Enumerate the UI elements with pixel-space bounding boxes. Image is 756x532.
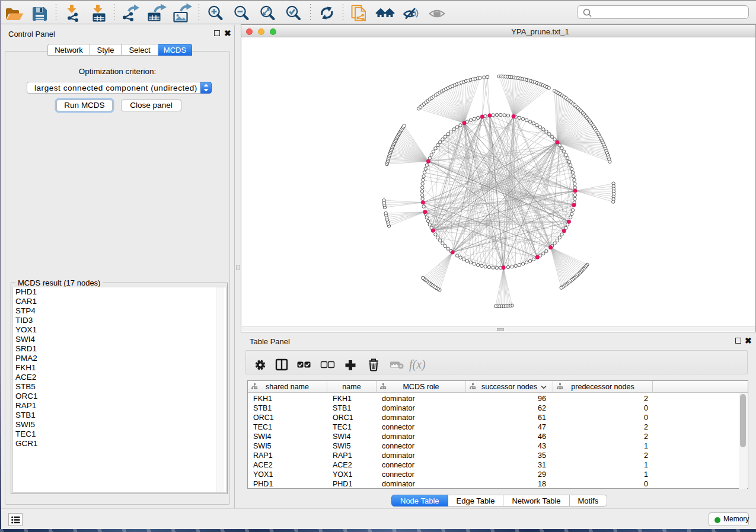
svg-text:f(x): f(x) bbox=[409, 358, 426, 371]
